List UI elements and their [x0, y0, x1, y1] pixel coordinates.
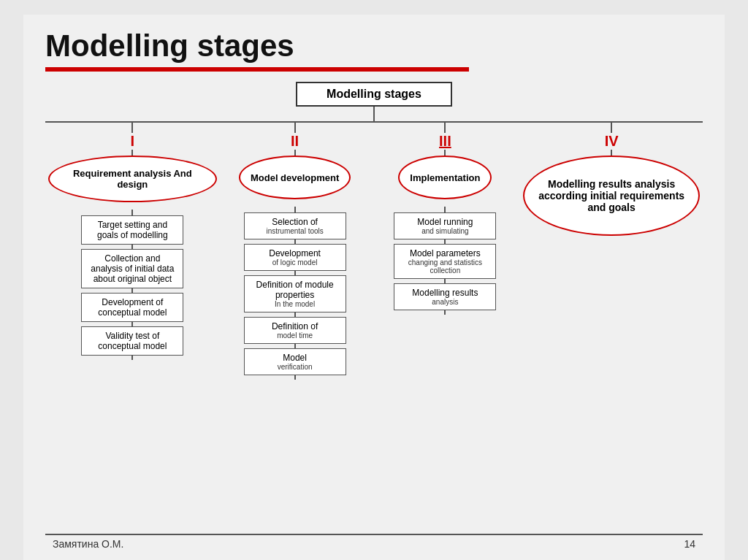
oval-1: Requirement analysis And design — [48, 156, 217, 202]
footer-author: Замятина О.М. — [53, 538, 123, 550]
roman-4: IV — [605, 133, 619, 150]
roman-3: III — [439, 133, 451, 150]
slide: Modelling stages Modelling stages I Requ… — [23, 15, 725, 560]
footer-line — [45, 534, 703, 535]
list-item: Model parameters changing and statistics… — [394, 244, 496, 279]
footer: Замятина О.М. 14 — [45, 528, 703, 550]
top-vline — [373, 107, 375, 121]
footer-page: 14 — [684, 538, 695, 550]
list-item: Target setting and goals of modelling — [81, 215, 183, 245]
columns-row: I Requirement analysis And design Target… — [45, 121, 703, 380]
red-bar — [45, 67, 469, 72]
col1-vline-top — [131, 121, 133, 133]
oval-3: Implementation — [398, 156, 492, 199]
list-item: Validity test of conceptual model — [81, 326, 183, 356]
roman-1: I — [131, 133, 135, 150]
oval-4: Modelling results analysis according ini… — [523, 156, 700, 236]
list-item: Model running and simulating — [394, 212, 496, 239]
column-4: IV Modelling results analysis according … — [520, 121, 703, 380]
column-1: I Requirement analysis And design Target… — [45, 121, 220, 380]
column-3: III Implementation Model running and sim… — [370, 121, 521, 380]
diagram-area: Modelling stages I Requirement analysis … — [45, 82, 703, 380]
page-title: Modelling stages — [45, 29, 703, 63]
list-item: Collection and analysis of initial data … — [81, 249, 183, 288]
list-item: Definition of model time — [244, 317, 346, 344]
footer-text: Замятина О.М. 14 — [45, 538, 703, 550]
list-item: Development of logic model — [244, 244, 346, 271]
oval-2: Model development — [239, 156, 351, 199]
roman-2: II — [291, 133, 299, 150]
diagram-title-box: Modelling stages — [296, 82, 452, 107]
column-2: II Model development Selection of instru… — [220, 121, 370, 380]
list-item: Selection of instrumental tools — [244, 212, 346, 239]
list-item: Model verification — [244, 348, 346, 375]
list-item: Definition of module properties In the m… — [244, 275, 346, 312]
list-item: Development of conceptual model — [81, 293, 183, 322]
list-item: Modelling results analysis — [394, 283, 496, 310]
